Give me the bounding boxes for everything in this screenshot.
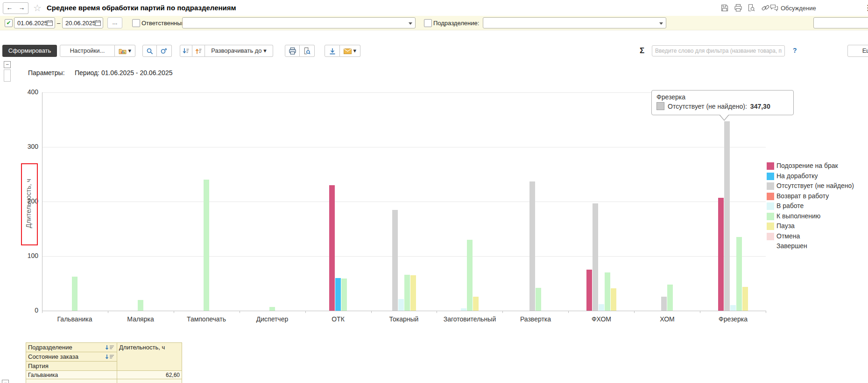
bar[interactable] <box>269 307 275 311</box>
category-label: Малярка <box>108 315 173 323</box>
generate-button[interactable]: Сформировать <box>2 45 57 57</box>
responsible-combo[interactable] <box>182 17 416 28</box>
department-label: Подразделение: <box>433 20 479 27</box>
bar[interactable] <box>742 287 748 311</box>
responsible-label: Ответственный: <box>141 20 186 27</box>
bar[interactable] <box>736 237 742 311</box>
table-row-partial[interactable] <box>26 379 117 383</box>
period-options-button[interactable]: ... <box>107 17 122 28</box>
window-header: ← → ☆ Среднее время обработки партий по … <box>0 0 868 15</box>
table-header-order-state[interactable]: Состояние заказа <box>26 352 117 362</box>
period-from-field[interactable]: 01.06.2025 <box>14 17 55 28</box>
legend-swatch <box>767 213 774 220</box>
detail-table: Подразделение Состояние заказа Партия Дл… <box>26 342 182 383</box>
x-axis-tick <box>766 311 766 313</box>
tooltip-arrow <box>720 115 728 120</box>
cancel-search-button[interactable] <box>157 45 172 57</box>
table-row-name[interactable]: Гальваника <box>26 371 117 379</box>
bar[interactable] <box>529 181 535 311</box>
annotation-red-box <box>21 163 38 245</box>
bar[interactable] <box>138 300 143 311</box>
save-file-button[interactable] <box>325 45 340 57</box>
bar[interactable] <box>536 288 541 311</box>
chevron-down-icon[interactable] <box>409 22 412 25</box>
period-dash: – <box>57 20 60 27</box>
more-actions-button[interactable]: Ещё <box>847 45 868 57</box>
bar[interactable] <box>718 198 724 311</box>
send-email-button[interactable]: ▾ <box>340 45 360 57</box>
table-header-batch[interactable]: Партия <box>26 362 117 371</box>
forward-button[interactable]: → <box>15 2 28 14</box>
sum-sigma-icon[interactable]: Σ <box>640 46 644 56</box>
bar[interactable] <box>586 270 592 311</box>
bar[interactable] <box>404 275 410 311</box>
expand-to-button[interactable]: Разворачивать до ▾ <box>205 45 273 57</box>
tooltip-series-label: Отсутствует (не найдено): <box>668 103 747 110</box>
bar[interactable] <box>605 272 610 311</box>
bar[interactable] <box>467 240 473 311</box>
help-icon[interactable]: ? <box>793 47 797 54</box>
bar[interactable] <box>724 121 730 311</box>
calendar-icon[interactable] <box>94 20 101 27</box>
quick-filter-input[interactable] <box>652 45 785 56</box>
sort-descending-icon[interactable] <box>105 345 115 352</box>
calendar-icon[interactable] <box>46 20 53 27</box>
period-to-field[interactable]: 20.06.2025 <box>62 17 103 28</box>
table-row-value[interactable]: 62,60 <box>117 371 182 379</box>
discussion-label[interactable]: Обсуждение <box>781 5 816 12</box>
group-collapse-button[interactable]: − <box>2 380 9 383</box>
report-variants-button[interactable]: ▾ <box>115 45 135 57</box>
responsible-checkbox[interactable] <box>132 19 140 27</box>
table-header-duration[interactable]: Длительность, ч <box>117 343 182 371</box>
gridline <box>42 202 766 202</box>
bar[interactable] <box>392 210 398 311</box>
bar[interactable] <box>461 308 466 311</box>
legend-swatch <box>767 162 774 170</box>
settings-button[interactable]: Настройки... <box>60 45 115 57</box>
expand-groups-button[interactable] <box>180 45 192 57</box>
table-header-department[interactable]: Подразделение <box>26 343 117 352</box>
link-icon[interactable] <box>761 4 770 14</box>
bar[interactable] <box>335 278 341 311</box>
group-collapse-button[interactable]: − <box>4 61 11 68</box>
bar[interactable] <box>661 297 667 311</box>
legend-label: Отмена <box>776 232 800 240</box>
table-row-partial[interactable] <box>117 379 182 383</box>
legend-swatch <box>767 193 774 200</box>
chevron-down-icon[interactable] <box>659 22 663 25</box>
header-label: Состояние заказа <box>28 353 78 360</box>
more-menu-icon[interactable]: ⋮ <box>864 3 868 12</box>
collapse-groups-button[interactable] <box>192 45 205 57</box>
sort-descending-icon[interactable] <box>105 354 115 361</box>
print-icon[interactable] <box>734 4 742 14</box>
bar[interactable] <box>593 203 598 311</box>
back-button[interactable]: ← <box>3 2 16 14</box>
bar[interactable] <box>410 275 416 311</box>
discussion-icon[interactable] <box>769 4 779 14</box>
search-button[interactable] <box>142 45 157 57</box>
legend-swatch <box>767 182 774 190</box>
bar[interactable] <box>667 285 673 311</box>
favorite-star-icon[interactable]: ☆ <box>33 2 42 14</box>
bar[interactable] <box>599 304 604 311</box>
bar[interactable] <box>730 305 736 311</box>
category-label: Диспетчер <box>240 315 305 323</box>
preview-button[interactable] <box>300 45 315 57</box>
bar[interactable] <box>329 185 335 311</box>
bar[interactable] <box>398 299 404 311</box>
print-preview-icon[interactable] <box>747 4 755 14</box>
save-icon[interactable] <box>720 4 729 14</box>
x-axis-tick <box>108 311 108 313</box>
bar[interactable] <box>204 180 209 311</box>
bar[interactable] <box>72 277 78 311</box>
category-label: ХОМ <box>635 315 700 323</box>
period-checkbox[interactable]: ✔ <box>5 19 13 27</box>
bar[interactable] <box>341 279 347 311</box>
print-button[interactable] <box>285 45 300 57</box>
department-checkbox[interactable] <box>424 19 432 27</box>
bar[interactable] <box>473 297 479 311</box>
bar[interactable] <box>611 288 616 311</box>
extra-filter-field[interactable] <box>813 17 868 28</box>
params-value: Период: 01.06.2025 - 20.06.2025 <box>75 69 172 77</box>
department-combo[interactable] <box>483 17 666 28</box>
